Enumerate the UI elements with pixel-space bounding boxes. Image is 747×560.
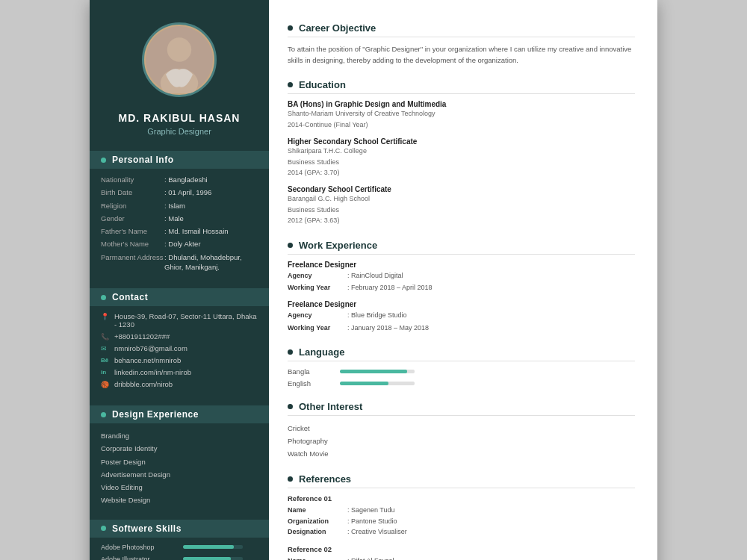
contact-dot: [101, 295, 106, 300]
references-section: References Reference 01 Name : Sagenen T…: [288, 473, 635, 560]
career-objective-header: Career Objective: [288, 22, 635, 37]
contact-title: Contact: [112, 292, 148, 302]
info-address-perm: Parmanent Address : Dhulandi, Mohadebpur…: [101, 252, 258, 273]
work-item-1: Freelance Designer Agency : RainCloud Di…: [288, 261, 635, 293]
info-gender: Gender : Male: [101, 214, 258, 223]
ref-item-1: Reference 01 Name : Sagenen Tudu Organiz…: [288, 494, 635, 537]
design-experience-dot: [101, 412, 106, 417]
ref-item-2: Reference 02 Name : Rifat Al Faysal Orga…: [288, 545, 635, 560]
info-mothers-name: Mother's Name : Doly Akter: [101, 239, 258, 249]
profile-photo-area: [90, 0, 269, 112]
contact-section: Contact 📍 House-39, Road-07, Sector-11 U…: [90, 288, 269, 392]
design-experience-section: Design Experience Branding Corporate Ide…: [90, 405, 269, 506]
list-item: Video Editing: [101, 481, 258, 494]
skill-illustrator: Adobe Illustrator: [101, 556, 258, 560]
design-experience-body: Branding Corporate Identity Poster Desig…: [90, 429, 269, 506]
contact-body: 📍 House-39, Road-07, Sector-11 Uttara, D…: [90, 312, 269, 388]
other-interest-section: Other Interest Cricket Photography Watch…: [288, 401, 635, 460]
linkedin-icon: in: [101, 369, 110, 376]
edu-item-3: Secondary School Certificate Barangail G…: [288, 185, 635, 225]
education-title: Education: [299, 79, 346, 90]
contact-phone: 📞 +8801911202###: [101, 332, 258, 340]
profile-title: Graphic Designer: [119, 127, 241, 136]
software-skills-title: Softwere Skills: [112, 523, 182, 534]
references-title: References: [299, 473, 351, 485]
skill-photoshop: Adobe Photoshop: [101, 544, 258, 551]
contact-behance: Bē behance.net/nmnirob: [101, 356, 258, 364]
lang-bangla: Bangla: [288, 367, 635, 376]
language-dot: [288, 349, 293, 355]
work-experience-dot: [288, 243, 293, 248]
name-area: MD. RAKIBUL HASAN Graphic Designer: [108, 112, 252, 151]
other-interest-title: Other Interest: [299, 401, 362, 412]
list-item: Cricket: [288, 422, 635, 435]
resume-wrapper: MD. RAKIBUL HASAN Graphic Designer Perso…: [90, 0, 657, 560]
svg-point-1: [167, 37, 191, 61]
work-experience-title: Work Experience: [299, 240, 377, 251]
career-objective-dot: [288, 25, 293, 31]
phone-icon: 📞: [101, 333, 110, 340]
software-skills-section: Softwere Skills Adobe Photoshop Adobe Il…: [90, 520, 269, 560]
sidebar: MD. RAKIBUL HASAN Graphic Designer Perso…: [90, 0, 269, 560]
contact-address: 📍 House-39, Road-07, Sector-11 Uttara, D…: [101, 312, 258, 329]
references-dot: [288, 476, 293, 482]
info-nationality: Nationality : Bangladeshi: [101, 175, 258, 184]
work-experience-header: Work Experience: [288, 240, 635, 255]
lang-english: English: [288, 379, 635, 388]
location-icon: 📍: [101, 313, 110, 320]
info-religion: Religion : Islam: [101, 201, 258, 211]
language-section: Language Bangla English: [288, 346, 635, 388]
software-skills-dot: [101, 526, 106, 531]
career-objective-section: Career Objective To attain the position …: [288, 22, 635, 66]
other-interest-dot: [288, 404, 293, 409]
behance-icon: Bē: [101, 357, 110, 364]
contact-header: Contact: [90, 288, 269, 306]
list-item: Watch Movie: [288, 447, 635, 460]
personal-info-section: Personal Info Nationality : Bangladeshi …: [90, 151, 269, 275]
other-interest-header: Other Interest: [288, 401, 635, 416]
design-experience-title: Design Experience: [112, 409, 199, 420]
main-content: Career Objective To attain the position …: [269, 0, 657, 560]
full-name: MD. RAKIBUL HASAN: [119, 112, 241, 124]
references-header: References: [288, 473, 635, 488]
contact-linkedin: in linkedin.com/in/nm-nirob: [101, 368, 258, 376]
list-item: Advertisement Design: [101, 468, 258, 481]
list-item: Website Design: [101, 494, 258, 506]
software-skills-header: Softwere Skills: [90, 520, 269, 538]
email-icon: ✉: [101, 345, 110, 352]
software-skills-body: Adobe Photoshop Adobe Illustrator Adobe …: [90, 544, 269, 560]
contact-email: ✉ nmnirob76@gmail.com: [101, 344, 258, 352]
education-section: Education BA (Hons) in Graphic Design an…: [288, 79, 635, 225]
info-fathers-name: Father's Name : Md. Ismail Hossain: [101, 226, 258, 236]
interest-text: Cricket Photography Watch Movie: [288, 422, 635, 460]
personal-info-body: Nationality : Bangladeshi Birth Date : 0…: [90, 175, 269, 272]
personal-info-dot: [101, 158, 106, 163]
profile-photo: [142, 22, 217, 97]
edu-item-2: Higher Secondary School Certificate Shik…: [288, 137, 635, 178]
info-birthdate: Birth Date : 01 April, 1996: [101, 187, 258, 197]
career-objective-text: To attain the position of "Graphic Desig…: [288, 43, 635, 66]
work-experience-section: Work Experience Freelance Designer Agenc…: [288, 240, 635, 334]
education-dot: [288, 82, 293, 87]
career-objective-title: Career Objective: [299, 22, 376, 34]
list-item: Poster Design: [101, 455, 258, 468]
contact-dribbble: 🏀 dribbble.com/nirob: [101, 380, 258, 388]
dribbble-icon: 🏀: [101, 381, 110, 388]
education-header: Education: [288, 79, 635, 94]
personal-info-header: Personal Info: [90, 151, 269, 169]
list-item: Branding: [101, 429, 258, 442]
design-experience-header: Design Experience: [90, 405, 269, 423]
edu-item-1: BA (Hons) in Graphic Design and Multimed…: [288, 100, 635, 130]
list-item: Corporate Identity: [101, 442, 258, 455]
list-item: Photography: [288, 435, 635, 447]
personal-info-title: Personal Info: [112, 155, 174, 165]
design-list: Branding Corporate Identity Poster Desig…: [101, 429, 258, 506]
language-header: Language: [288, 346, 635, 361]
language-title: Language: [299, 346, 344, 358]
work-item-2: Freelance Designer Agency : Blue Bridge …: [288, 300, 635, 333]
